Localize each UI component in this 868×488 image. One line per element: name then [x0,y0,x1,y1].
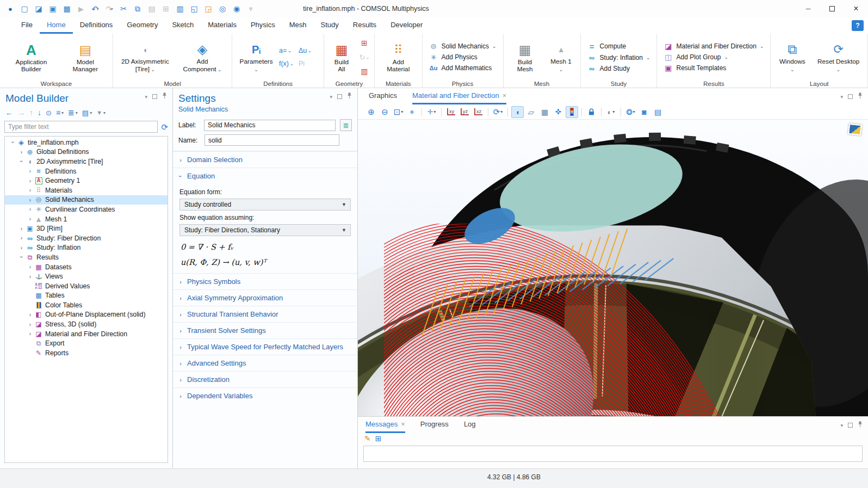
close-tab-icon[interactable]: × [401,420,405,428]
panel-menu-icon[interactable]: ▾ [840,94,843,100]
undo-button[interactable]: ↶▾ [88,2,102,15]
menu-tab-materials[interactable]: Materials [201,17,244,34]
panel-menu-icon[interactable]: ▾ [330,94,332,100]
menu-tab-physics[interactable]: Physics [244,17,282,34]
environment-button[interactable]: ◐▾ [605,106,617,118]
view-xy-button[interactable]: xy [445,106,457,118]
material-and-fiber-direction-button[interactable]: ◪Material and Fiber Direction⌄ [664,42,764,50]
menu-tab-results[interactable]: Results [346,17,383,34]
messages-tab-log[interactable]: Log [464,417,476,433]
add-study-button[interactable]: ∞Add Study [587,65,650,72]
section-typical-wave-speed-for-perfectly-matched-layers[interactable]: ›Typical Wave Speed for Perfectly Matche… [173,338,357,355]
update-scene-button[interactable]: ❂▾ [624,106,637,118]
tree-item-materials[interactable]: ›⠿Materials [5,186,168,195]
tree-item-3d-rim-[interactable]: ›▣3D [Rim] [5,224,168,233]
2d-axisymmetric-tire--button[interactable]: ◖2D Axisymmetric [Tire] ⌄ [116,40,175,75]
section-dependent-variables[interactable]: ›Dependent Variables [173,387,357,404]
solid-mechanics-button[interactable]: ⊜Solid Mechanics⌄ [429,42,497,50]
run-button[interactable]: ▶ [74,2,88,15]
tree-item-derived-values[interactable]: 8.85e-12Derived Values [5,281,168,291]
compute-button[interactable]: =Compute [587,42,650,51]
move-down-button[interactable]: ↓ [36,108,42,118]
node-display-button[interactable]: ▤▾ [81,108,93,118]
zoom-extents-button[interactable]: ⌖ [406,106,418,118]
build-all-button[interactable]: ▦Build All [327,40,356,75]
section-advanced-settings[interactable]: ›Advanced Settings [173,355,357,371]
default-view-button[interactable]: ✛▾ [425,106,438,118]
float-icon[interactable] [848,423,853,428]
axis-button[interactable]: ✜ [552,106,565,118]
clear-button[interactable]: ✎ [364,435,371,443]
parameters-button[interactable]: PᵢParameters ⌄ [235,40,277,75]
delete-button[interactable]: ▥ [173,2,187,15]
graphics-tab-graphics[interactable]: Graphics [369,88,397,104]
minimize-button[interactable]: ─ [796,0,820,17]
menu-tab-developer[interactable]: Developer [383,17,430,34]
tree-item-stress-3d-solid-[interactable]: ›◪Stress, 3D (solid) [5,319,168,329]
mesh-1-button[interactable]: ▲Mesh 1 ⌄ [545,40,578,75]
windows-button[interactable]: ⧉Windows ⌄ [773,40,811,75]
tree-item-views[interactable]: ›Views [5,271,168,281]
virtual-operations-button[interactable]: ▥ [358,65,371,77]
model-manager-button[interactable]: ▤Model Manager [61,40,110,75]
pin-icon[interactable] [858,421,863,429]
label-input[interactable] [204,120,336,131]
tree-item-study-inflation[interactable]: ›∞Study: Inflation [5,243,168,253]
float-icon[interactable] [152,94,157,99]
close-tab-icon[interactable]: × [503,91,507,100]
tree-item-export[interactable]: ⧉Export [5,338,168,348]
section-discretization[interactable]: ›Discretization [173,371,357,387]
open-in-window-button[interactable]: ⊞ [375,435,382,443]
zoom-in-button[interactable]: ⊕ [365,106,377,118]
add-mathematics-button[interactable]: ΔuAdd Mathematics [429,64,497,72]
equation-form-select[interactable]: Study controlled▼ [179,199,351,211]
add-physics-button[interactable]: ✳Add Physics [429,53,497,61]
save-as-button[interactable]: ▩ [60,2,74,15]
section-domain-selection[interactable]: ›Domain Selection [173,151,357,168]
update-geometry-button[interactable]: ↻⌄ [358,51,371,63]
tree-item-definitions[interactable]: ›≡Definitions [5,166,168,176]
new-button[interactable]: ▢ [17,2,32,15]
graphics-tab-material-and-fiber-direction[interactable]: Material and Fiber Direction× [412,88,506,104]
copy-button[interactable]: ⧉ [131,2,145,15]
equation-assume-select[interactable]: Study: Fiber Direction, Stationary▼ [179,224,351,236]
tree-item-tire-inflation-mph[interactable]: ›◈tire_inflation.mph [5,138,168,147]
pin-icon[interactable] [162,92,167,101]
tree-item-study-fiber-direction[interactable]: ›∞Study: Fiber Direction [5,233,168,243]
toolbar-overflow-button[interactable]: ▿ [244,2,258,15]
float-icon[interactable] [848,94,853,99]
tree-item-curvilinear-coordinates[interactable]: ›✳Curvilinear Coordinates [5,205,168,214]
zoom-box-button[interactable]: ⊡▾ [392,106,405,118]
tree-item-material-and-fiber-direction[interactable]: ›◪Material and Fiber Direction [5,329,168,339]
pin-icon[interactable] [858,92,863,101]
application-builder-button[interactable]: AApplication Builder [3,40,60,75]
messages-log[interactable] [363,446,863,462]
tree-item-results[interactable]: ›⧉Results [5,252,168,262]
parameter-case-button[interactable]: Pi [299,57,320,70]
tree-item-color-tables[interactable]: Color Tables [5,300,168,310]
forward-button[interactable]: → [16,108,26,118]
open-button[interactable]: ◪ [32,2,46,15]
build-mesh-button[interactable]: ▦Build Mesh [506,40,544,75]
result-templates-button[interactable]: ▣Result Templates [664,64,764,72]
print-button[interactable]: ▤ [652,106,664,118]
tree-item-tables[interactable]: ▦Tables [5,291,168,301]
redo-button[interactable]: ↷▾ [102,2,116,15]
menu-tab-file[interactable]: File [14,17,40,34]
menu-tab-sketch[interactable]: Sketch [165,17,201,34]
study-inflation-button[interactable]: ∞Study: Inflation⌄ [587,54,650,61]
rename-icon[interactable]: ≣ [340,119,352,131]
section-equation[interactable]: › Equation [173,168,357,184]
float-icon[interactable] [337,94,342,99]
section-transient-solver-settings[interactable]: ›Transient Solver Settings [173,322,357,338]
tree-item-solid-mechanics[interactable]: ›⊜Solid Mechanics [5,195,168,205]
tree-item-geometry-1[interactable]: ›AGeometry 1 [5,176,168,186]
comsol-logo-button[interactable]: ● [3,2,17,15]
panel-menu-icon[interactable]: ▾ [145,94,147,100]
section-structural-transient-behavior[interactable]: ›Structural Transient Behavior [173,306,357,322]
back-button[interactable]: ← [4,108,14,118]
collapse-all-button[interactable]: ≡▾ [55,108,65,118]
add-material-button[interactable]: ⠿Add Material [377,40,419,75]
add-component-button[interactable]: ◈Add Component ⌄ [176,40,229,75]
add-plot-group-button[interactable]: ◫Add Plot Group⌄ [664,53,764,61]
